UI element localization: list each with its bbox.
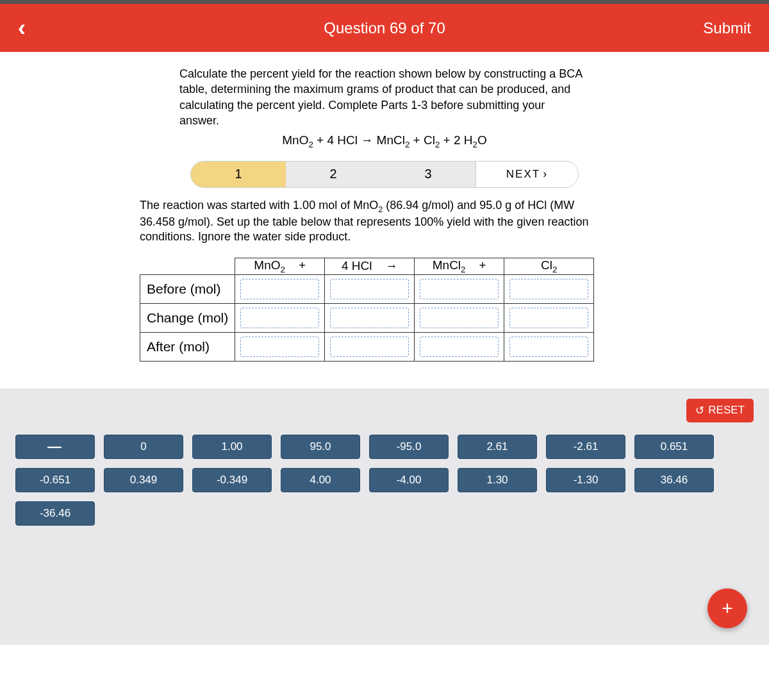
answer-tile[interactable]: 95.0: [281, 435, 360, 459]
answer-tile[interactable]: —: [15, 435, 95, 459]
chevron-right-icon: ›: [543, 167, 548, 181]
answer-tile[interactable]: -2.61: [546, 435, 625, 459]
step-indicator: 1 2 3 NEXT›: [0, 161, 769, 188]
drop-before-cl2[interactable]: [509, 279, 588, 299]
col-mno2: MnO2 +: [235, 258, 325, 274]
submit-button[interactable]: Submit: [703, 19, 751, 37]
undo-icon: ↺: [695, 404, 704, 417]
answer-tile[interactable]: 0.651: [634, 435, 714, 459]
drop-change-hcl[interactable]: [330, 308, 409, 328]
answer-tile[interactable]: -95.0: [369, 435, 449, 459]
answer-tile[interactable]: -36.46: [15, 501, 95, 526]
row-after: After (mol): [140, 332, 235, 361]
col-hcl: 4 HCl →: [325, 258, 415, 274]
bca-table: MnO2 + 4 HCl → MnCl2 + Cl2 Before (mol) …: [140, 258, 594, 362]
row-before: Before (mol): [140, 274, 235, 303]
step-1[interactable]: 1: [191, 162, 286, 187]
answer-bank: ↺ RESET — 0 1.00 95.0 -95.0 2.61 -2.61 0…: [0, 388, 769, 645]
answer-tile[interactable]: -0.651: [15, 468, 95, 492]
page-title: Question 69 of 70: [324, 19, 445, 37]
answer-tile[interactable]: 1.00: [192, 435, 272, 459]
answer-tile[interactable]: -4.00: [369, 468, 449, 492]
col-mncl2: MnCl2 +: [415, 258, 504, 274]
row-change: Change (mol): [140, 303, 235, 332]
answer-tile[interactable]: 0.349: [104, 468, 183, 492]
drop-after-mncl2[interactable]: [420, 337, 499, 357]
answer-tile[interactable]: 0: [104, 435, 183, 459]
step-2[interactable]: 2: [286, 162, 381, 187]
drop-change-mno2[interactable]: [240, 308, 319, 328]
answer-tile[interactable]: -0.349: [192, 468, 272, 492]
drop-after-hcl[interactable]: [330, 337, 409, 357]
col-cl2: Cl2: [504, 258, 594, 274]
drop-before-mno2[interactable]: [240, 279, 319, 299]
drop-before-mncl2[interactable]: [420, 279, 499, 299]
question-prompt: Calculate the percent yield for the reac…: [179, 66, 583, 128]
answer-tile[interactable]: 1.30: [458, 468, 537, 492]
answer-tile[interactable]: 2.61: [458, 435, 537, 459]
tiles-container: — 0 1.00 95.0 -95.0 2.61 -2.61 0.651 -0.…: [15, 435, 754, 526]
drop-after-mno2[interactable]: [240, 337, 319, 357]
drop-change-cl2[interactable]: [509, 308, 588, 328]
step-3[interactable]: 3: [381, 162, 475, 187]
reset-button[interactable]: ↺ RESET: [686, 399, 754, 422]
back-button[interactable]: ‹: [18, 15, 32, 42]
drop-before-hcl[interactable]: [330, 279, 409, 299]
drop-after-cl2[interactable]: [509, 337, 588, 357]
answer-tile[interactable]: 4.00: [281, 468, 360, 492]
step-next[interactable]: NEXT›: [475, 162, 578, 187]
reaction-equation: MnO2 + 4 HCl → MnCl2 + Cl2 + 2 H2O: [0, 133, 769, 149]
app-header: ‹ Question 69 of 70 Submit: [0, 4, 769, 52]
answer-tile[interactable]: -1.30: [546, 468, 625, 492]
add-fab[interactable]: +: [707, 588, 747, 628]
drop-change-mncl2[interactable]: [420, 308, 499, 328]
step-instructions: The reaction was started with 1.00 mol o…: [140, 198, 601, 245]
answer-tile[interactable]: 36.46: [634, 468, 714, 492]
